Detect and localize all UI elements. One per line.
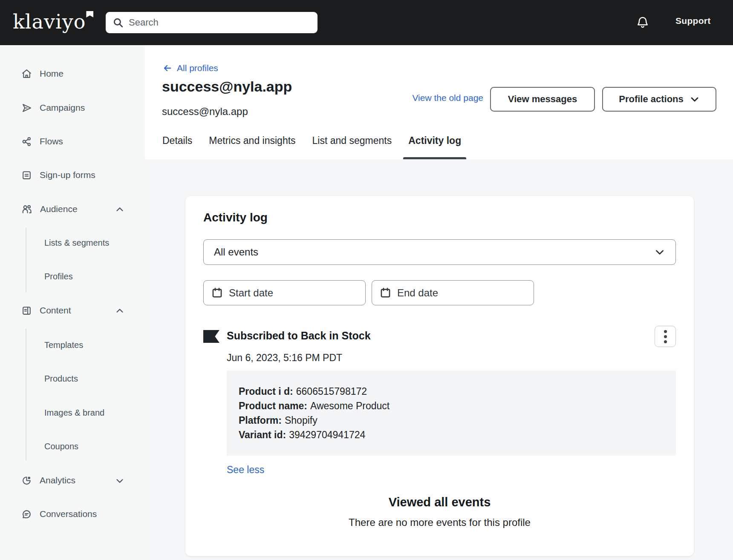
chevron-up-icon bbox=[115, 306, 124, 316]
activity-log-heading: Activity log bbox=[203, 210, 676, 225]
event-row: Subscribed to Back in Stock bbox=[203, 328, 676, 347]
sidebar-item-flows[interactable]: Flows bbox=[0, 133, 145, 150]
sidebar-item-content[interactable]: Content bbox=[0, 302, 145, 319]
end-of-events-title: Viewed all events bbox=[203, 495, 676, 509]
event-detail-row: Variant id:39429704941724 bbox=[239, 428, 664, 442]
event-detail-row: Platform:Shopify bbox=[239, 413, 664, 428]
sidebar-item-home[interactable]: Home bbox=[0, 65, 145, 82]
event-timestamp: Jun 6, 2023, 5:16 PM PDT bbox=[227, 352, 676, 364]
sidebar-subgroup-rule bbox=[26, 227, 26, 292]
page-title: success@nyla.app bbox=[162, 78, 292, 95]
content-icon bbox=[21, 305, 32, 316]
kebab-dot bbox=[664, 330, 667, 333]
profile-tabs: Details Metrics and insights List and se… bbox=[162, 135, 461, 159]
start-date-placeholder: Start date bbox=[229, 287, 273, 299]
sidebar-item-label: Sign-up forms bbox=[40, 170, 95, 180]
sidebar-subitem-label: Lists & segments bbox=[44, 238, 109, 248]
conversations-icon bbox=[21, 509, 32, 520]
tab-details[interactable]: Details bbox=[162, 135, 192, 159]
brand-wordmark: klaviyo bbox=[13, 10, 86, 33]
home-icon bbox=[21, 69, 32, 79]
see-less-link[interactable]: See less bbox=[227, 464, 264, 476]
event-detail-row: Product name:Awesome Product bbox=[239, 399, 664, 413]
view-messages-button[interactable]: View messages bbox=[490, 87, 595, 112]
sidebar-item-signup-forms[interactable]: Sign-up forms bbox=[0, 167, 145, 184]
profile-email: success@nyla.app bbox=[162, 106, 248, 118]
main-content: Activity log All events Start date End d… bbox=[145, 159, 733, 560]
sidebar-item-label: Home bbox=[40, 69, 63, 79]
event-flag-icon bbox=[203, 330, 219, 343]
event-details-box: Product i d:6606515798172 Product name:A… bbox=[227, 370, 676, 456]
sidebar-item-label: Conversations bbox=[40, 509, 97, 519]
tab-list-segments[interactable]: List and segments bbox=[312, 135, 392, 159]
profile-actions-button[interactable]: Profile actions bbox=[602, 87, 716, 112]
analytics-icon bbox=[21, 475, 32, 486]
chevron-down-icon bbox=[654, 247, 665, 258]
event-title: Subscribed to Back in Stock bbox=[227, 328, 371, 343]
audience-icon bbox=[21, 204, 32, 215]
event-options-button[interactable] bbox=[655, 326, 676, 347]
sidebar-subitem-label: Coupons bbox=[44, 442, 78, 451]
sidebar-item-label: Analytics bbox=[40, 475, 75, 485]
date-filter-row: Start date End date bbox=[203, 280, 676, 305]
chevron-down-icon bbox=[690, 94, 700, 104]
chevron-down-icon bbox=[115, 476, 124, 485]
sidebar-item-conversations[interactable]: Conversations bbox=[0, 505, 145, 523]
sidebar-item-label: Audience bbox=[40, 204, 78, 214]
sidebar-item-images-brand[interactable]: Images & brand bbox=[44, 404, 104, 421]
back-arrow-icon bbox=[162, 63, 173, 73]
kebab-dot bbox=[664, 340, 667, 343]
end-of-events-message: There are no more events for this profil… bbox=[203, 517, 676, 528]
send-icon bbox=[21, 103, 32, 113]
tab-metrics-insights[interactable]: Metrics and insights bbox=[209, 135, 295, 159]
support-link[interactable]: Support bbox=[675, 16, 711, 26]
end-date-placeholder: End date bbox=[397, 287, 438, 299]
sidebar-item-audience[interactable]: Audience bbox=[0, 201, 145, 218]
search-icon bbox=[113, 17, 124, 28]
profile-header: All profiles success@nyla.app success@ny… bbox=[145, 45, 733, 159]
tab-activity-log[interactable]: Activity log bbox=[408, 135, 461, 159]
sidebar-subitem-label: Products bbox=[44, 374, 78, 384]
sidebar-item-label: Campaigns bbox=[40, 103, 85, 113]
sidebar-subitem-label: Profiles bbox=[44, 272, 73, 281]
klaviyo-logo[interactable]: klaviyo bbox=[13, 10, 86, 33]
activity-log-card: Activity log All events Start date End d… bbox=[185, 196, 694, 556]
chevron-up-icon bbox=[115, 205, 124, 214]
logo-flag-icon bbox=[86, 11, 93, 17]
sidebar-item-label: Content bbox=[40, 305, 71, 316]
sidebar-subgroup-rule bbox=[26, 329, 26, 461]
sidebar-item-profiles[interactable]: Profiles bbox=[44, 268, 73, 285]
calendar-icon bbox=[211, 287, 223, 299]
back-to-all-profiles-link[interactable]: All profiles bbox=[162, 63, 218, 73]
top-nav-bar: klaviyo Support bbox=[0, 0, 733, 45]
sidebar-item-coupons[interactable]: Coupons bbox=[44, 438, 78, 455]
start-date-field[interactable]: Start date bbox=[203, 280, 366, 305]
sidebar-item-templates[interactable]: Templates bbox=[44, 336, 83, 353]
sidebar-subitem-label: Templates bbox=[44, 340, 83, 350]
sidebar-item-campaigns[interactable]: Campaigns bbox=[0, 99, 145, 116]
flows-icon bbox=[21, 136, 32, 147]
event-filter-select[interactable]: All events bbox=[203, 239, 676, 265]
kebab-dot bbox=[664, 335, 667, 338]
view-old-page-link[interactable]: View the old page bbox=[412, 93, 483, 103]
event-filter-value: All events bbox=[214, 246, 258, 258]
end-of-events-section: Viewed all events There are no more even… bbox=[203, 495, 676, 528]
sidebar-item-label: Flows bbox=[40, 136, 63, 146]
event-detail-row: Product i d:6606515798172 bbox=[239, 384, 664, 399]
notifications-bell-icon[interactable] bbox=[636, 15, 649, 30]
calendar-icon bbox=[380, 287, 391, 299]
sidebar-item-products[interactable]: Products bbox=[44, 370, 78, 387]
sidebar-item-analytics[interactable]: Analytics bbox=[0, 472, 145, 489]
sidebar-nav: Home Campaigns Flows Sign-up forms Audie… bbox=[0, 45, 145, 560]
sidebar-subitem-label: Images & brand bbox=[44, 408, 104, 418]
end-date-field[interactable]: End date bbox=[372, 280, 534, 305]
sidebar-item-lists-segments[interactable]: Lists & segments bbox=[44, 234, 109, 251]
form-icon bbox=[21, 170, 32, 181]
search-input[interactable] bbox=[129, 17, 311, 28]
search-box[interactable] bbox=[106, 12, 317, 33]
